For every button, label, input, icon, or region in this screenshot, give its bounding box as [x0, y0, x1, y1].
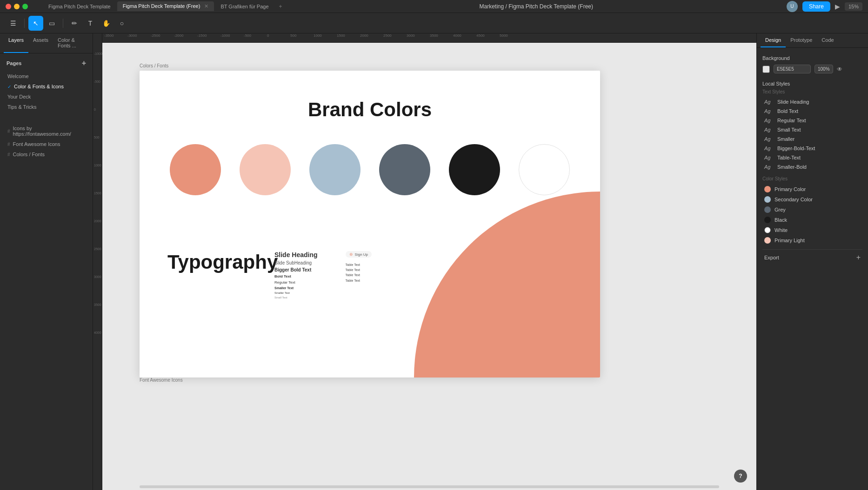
tick: 1500	[337, 33, 360, 39]
page-item-deck[interactable]: Your Deck	[4, 92, 89, 102]
layer-grid-icon: #	[7, 129, 10, 134]
tab-color-fonts[interactable]: Color & Fonts ...	[53, 33, 89, 53]
maximize-dot[interactable]	[22, 4, 28, 9]
share-button[interactable]: Share	[802, 1, 830, 12]
bg-hex-input[interactable]	[774, 65, 811, 73]
ruler-ticks-h: -3500 -3000 -2500 -2000 -1500 -1000 -500…	[102, 33, 756, 39]
page-item-tips[interactable]: Tips & Tricks	[4, 102, 89, 112]
style-regular-text[interactable]: Ag Regular Text	[762, 116, 862, 125]
style-smaller-bold[interactable]: Ag Smaller-Bold	[762, 162, 862, 172]
background-label: Background	[762, 55, 862, 61]
vtick: 500	[94, 136, 100, 139]
hand-tool[interactable]: ✋	[99, 16, 114, 31]
tick: 4500	[476, 33, 500, 39]
tab-figma-2[interactable]: Figma Pitch Deck Template (Free) ✕	[117, 1, 214, 11]
vtick: 3000	[94, 275, 101, 278]
tick: 0	[267, 33, 290, 39]
tick: 2500	[383, 33, 407, 39]
help-button[interactable]: ?	[734, 470, 747, 483]
style-bigger-bold: Bigger Bold Text	[274, 267, 318, 272]
export-row: Export +	[762, 249, 862, 265]
color-styles-label: Color Styles	[762, 176, 862, 181]
tick: 500	[290, 33, 314, 39]
text-styles-label: Text Styles	[762, 89, 862, 94]
style-bold-text[interactable]: Ag Bold Text	[762, 106, 862, 116]
table-text-2: Table Text	[346, 267, 372, 272]
page-item-colors[interactable]: ✓ Color & Fonts & Icons	[4, 81, 89, 92]
style-smaller[interactable]: Ag Smaller	[762, 134, 862, 144]
tab-close-icon[interactable]: ✕	[204, 3, 208, 9]
play-button[interactable]: ▶	[835, 3, 840, 10]
ag-icon-1: Ag	[764, 99, 774, 105]
ruler-vertical: -1000 -500 0 500 1000 1500 2000 2500 300…	[93, 33, 102, 490]
tab-bar: Figma Pitch Deck Template Figma Pitch De…	[43, 1, 286, 12]
secondary-color-dot	[764, 196, 771, 203]
table-text-4: Table Text	[346, 278, 372, 283]
tool-group-draw: ✏ T ✋ ○	[67, 16, 129, 31]
move-tool[interactable]: ↖	[28, 16, 43, 31]
visibility-toggle[interactable]: 👁	[837, 66, 842, 73]
add-page-button[interactable]: +	[82, 59, 86, 67]
layer-item-colors-fonts[interactable]: # Colors / Fonts	[4, 149, 89, 159]
style-small: Small Text	[274, 296, 318, 299]
tick: 3000	[407, 33, 430, 39]
style-subheading: Slide SubHeading	[274, 260, 318, 265]
grey-color-name: Grey	[775, 207, 786, 212]
vtick: 0	[94, 108, 96, 111]
style-smaller: Smaller Text	[274, 286, 318, 290]
pages-header: Pages +	[4, 57, 89, 71]
pages-section: Pages + Welcome ✓ Color & Fonts & Icons …	[0, 53, 93, 116]
horizontal-scrollbar[interactable]	[140, 485, 719, 488]
style-slide-heading[interactable]: Ag Slide Heading	[762, 97, 862, 106]
style-name-4: Small Text	[777, 127, 801, 132]
export-add-button[interactable]: +	[856, 253, 861, 262]
tick: -1500	[197, 33, 220, 39]
tick: -2000	[174, 33, 197, 39]
table-preview: Table Text Table Text Table Text Table T…	[346, 262, 372, 283]
color-white[interactable]: White	[762, 225, 862, 235]
close-dot[interactable]	[6, 4, 11, 9]
tool-group-left: ☰	[6, 16, 20, 31]
color-primary[interactable]: Primary Color	[762, 184, 862, 194]
signup-label: Sign Up	[355, 252, 368, 257]
color-secondary[interactable]: Secondary Color	[762, 194, 862, 205]
bg-opacity-input[interactable]	[815, 65, 833, 73]
tab-assets[interactable]: Assets	[28, 33, 53, 53]
add-tab-button[interactable]: +	[275, 1, 286, 12]
canvas-area[interactable]: -3500 -3000 -2500 -2000 -1500 -1000 -500…	[93, 33, 756, 490]
menu-button[interactable]: ☰	[6, 16, 20, 31]
minimize-dot[interactable]	[14, 4, 20, 9]
avatar[interactable]: U	[787, 1, 798, 12]
page-item-welcome[interactable]: Welcome	[4, 71, 89, 81]
tab-bt[interactable]: BT Grafiken für Page	[215, 2, 274, 11]
layer-item-icons[interactable]: # Icons by https://fontawesome.com/	[4, 123, 89, 139]
tab-figma-1[interactable]: Figma Pitch Deck Template	[43, 2, 116, 11]
color-black[interactable]: Black	[762, 215, 862, 225]
style-small-text[interactable]: Ag Small Text	[762, 125, 862, 134]
tab-layers[interactable]: Layers	[4, 33, 28, 53]
ag-icon-8: Ag	[764, 164, 774, 170]
text-tool[interactable]: T	[83, 16, 98, 31]
style-bigger-bold[interactable]: Ag Bigger-Bold-Text	[762, 144, 862, 153]
vtick: 4000	[94, 331, 101, 334]
right-sidebar-tabs: Design Prototype Code	[757, 33, 868, 48]
layer-item-font-awesome[interactable]: # Font Awesome Icons	[4, 139, 89, 149]
title-breadcrumb: Marketing / Figma Pitch Deck Template (F…	[292, 3, 781, 10]
style-table-text[interactable]: Ag Table-Text	[762, 153, 862, 162]
right-sidebar: Design Prototype Code Background 👁 Local…	[756, 33, 868, 490]
tab-prototype[interactable]: Prototype	[786, 33, 817, 47]
ag-icon-3: Ag	[764, 118, 774, 123]
comment-tool[interactable]: ○	[114, 16, 129, 31]
frame-tool[interactable]: ▭	[44, 16, 59, 31]
tab-code[interactable]: Code	[817, 33, 838, 47]
main-frame[interactable]: Brand Colors Typography Slide Heading	[140, 71, 600, 377]
style-bold: Bold Text	[274, 274, 318, 278]
white-color-dot	[764, 227, 771, 233]
color-grey[interactable]: Grey	[762, 205, 862, 215]
pen-tool[interactable]: ✏	[67, 16, 82, 31]
bg-color-swatch[interactable]	[762, 66, 770, 73]
tab-design[interactable]: Design	[761, 33, 786, 47]
separator-1	[24, 19, 25, 28]
zoom-control[interactable]: 15%	[845, 2, 862, 11]
color-primary-light[interactable]: Primary Light	[762, 235, 862, 245]
